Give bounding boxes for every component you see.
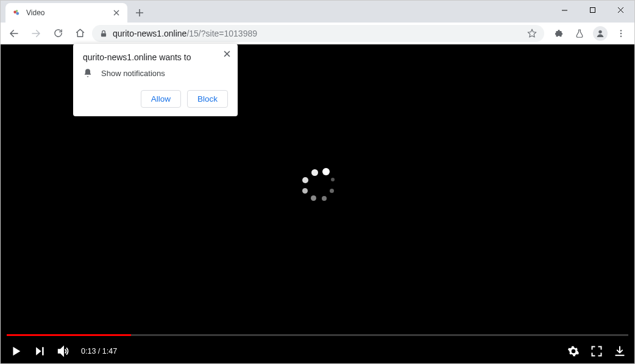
maximize-button[interactable] xyxy=(578,1,606,19)
profile-button[interactable] xyxy=(591,24,610,43)
bookmark-star-icon[interactable] xyxy=(527,29,537,38)
toolbar-right xyxy=(547,24,631,43)
svg-point-5 xyxy=(598,30,601,33)
omnibox[interactable]: qurito-news1.online/15/?site=1013989 xyxy=(92,25,544,42)
next-button[interactable] xyxy=(34,345,46,357)
svg-point-8 xyxy=(620,35,622,37)
prompt-line: Show notifications xyxy=(101,69,165,78)
address-bar: qurito-news1.online/15/?site=1013989 xyxy=(1,23,634,44)
extensions-icon[interactable] xyxy=(549,24,569,43)
home-button[interactable] xyxy=(70,24,90,43)
menu-button[interactable] xyxy=(611,24,631,43)
fullscreen-button[interactable] xyxy=(591,345,603,357)
video-controls: 0:13 / 1:47 xyxy=(1,334,634,363)
url-text: qurito-news1.online/15/?site=1013989 xyxy=(113,29,257,38)
svg-rect-4 xyxy=(101,33,106,37)
notification-permission-prompt: qurito-news1.online wants to Show notifi… xyxy=(73,44,238,116)
volume-button[interactable] xyxy=(57,345,70,358)
bell-icon xyxy=(83,68,93,78)
download-button[interactable] xyxy=(614,345,626,357)
new-tab-button[interactable] xyxy=(131,4,148,21)
loading-spinner-icon xyxy=(300,168,335,202)
forward-button[interactable] xyxy=(26,24,46,43)
svg-point-1 xyxy=(16,12,19,15)
svg-point-2 xyxy=(16,10,18,12)
block-button[interactable]: Block xyxy=(187,90,228,108)
browser-tab[interactable]: Video xyxy=(5,3,127,23)
allow-button[interactable]: Allow xyxy=(141,90,181,108)
prompt-close-icon[interactable] xyxy=(221,47,233,60)
window-controls xyxy=(550,1,634,23)
progress-bar[interactable] xyxy=(7,334,628,336)
favicon-icon xyxy=(12,8,21,18)
close-tab-icon[interactable] xyxy=(112,8,121,18)
svg-point-6 xyxy=(620,30,622,31)
play-button[interactable] xyxy=(9,345,23,358)
tab-title: Video xyxy=(26,9,112,17)
reload-button[interactable] xyxy=(48,24,68,43)
svg-point-7 xyxy=(620,32,622,33)
lock-icon[interactable] xyxy=(99,29,108,38)
close-window-button[interactable] xyxy=(606,1,634,19)
settings-button[interactable] xyxy=(567,345,580,357)
back-button[interactable] xyxy=(4,24,24,43)
minimize-button[interactable] xyxy=(550,1,578,19)
labs-icon[interactable] xyxy=(570,24,589,43)
svg-rect-3 xyxy=(590,7,595,12)
avatar-icon xyxy=(593,26,608,41)
browser-tab-strip: Video xyxy=(1,1,634,23)
time-display: 0:13 / 1:47 xyxy=(81,347,117,355)
prompt-headline: qurito-news1.online wants to xyxy=(83,52,228,62)
progress-played xyxy=(7,334,131,336)
